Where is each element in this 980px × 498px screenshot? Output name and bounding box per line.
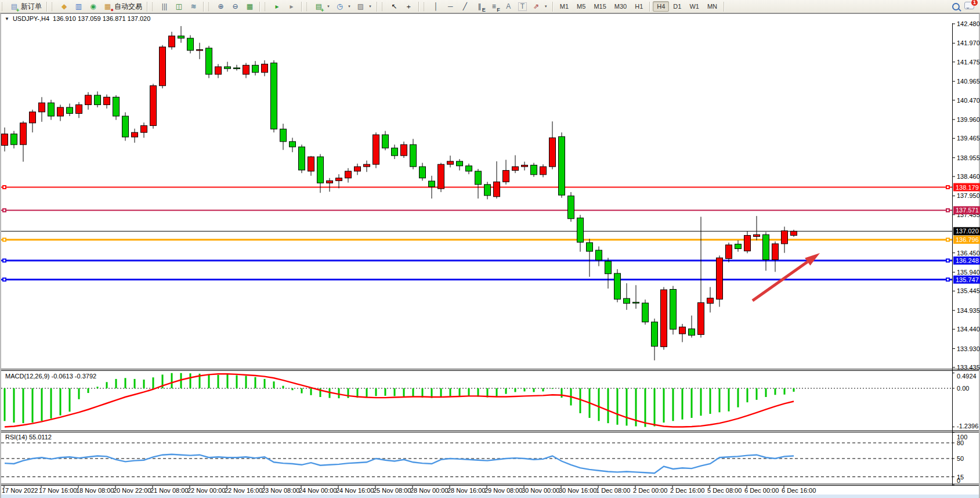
price-axis-label: 141.475 (957, 59, 980, 66)
macd-indicator-label: MACD(12,26,9) -0.0613 -0.3792 (5, 373, 96, 380)
date-axis-label: 28 Nov 16:00 (447, 487, 485, 494)
price-axis-label: 137.950 (957, 192, 980, 199)
price-badge: 135.747 (956, 276, 979, 283)
chart-dropdown-icon[interactable]: ▼ (5, 16, 9, 21)
chart-title-row: ▼ USDJPY-,H4 136.910 137.059 136.871 137… (5, 15, 150, 23)
date-axis-label: 28 Nov 00:00 (410, 487, 448, 494)
price-axis-label: 135.940 (957, 269, 980, 276)
price-axis-label: 142.480 (957, 20, 980, 27)
date-axis-label: 2 Dec 16:00 (670, 487, 704, 494)
date-axis-label: 29 Nov 08:00 (484, 487, 522, 494)
date-axis-label: 17 Nov 2022 (2, 487, 38, 494)
date-axis-label: 6 Dec 16:00 (782, 487, 816, 494)
date-axis-label: 23 Nov 08:00 (262, 487, 299, 494)
price-axis-label: 139.465 (957, 135, 980, 142)
date-axis-label: 2 Dec 00:00 (633, 487, 667, 494)
date-axis-label: 25 Nov 08:00 (373, 487, 411, 494)
price-axis-label: 134.935 (957, 307, 980, 314)
price-axis-label: 139.960 (957, 116, 980, 123)
macd-axis-label: 0.4924 (957, 373, 977, 380)
date-axis-label: 20 Nov 22:00 (113, 487, 151, 494)
date-axis-label: 24 Nov 00:00 (299, 487, 337, 494)
date-axis-label: 22 Nov 16:00 (225, 487, 262, 494)
chart-ohlc-values: 136.910 137.059 136.871 137.020 (53, 15, 150, 22)
date-axis-label: 24 Nov 16:00 (336, 487, 374, 494)
price-axis-label: 133.930 (957, 345, 980, 352)
date-axis-label: 21 Nov 08:00 (150, 487, 188, 494)
date-axis-label: 30 Nov 00:00 (522, 487, 559, 494)
date-axis-label: 22 Nov 00:00 (187, 487, 225, 494)
price-badge: 137.571 (956, 207, 979, 214)
rsi-axis-label: 80 (957, 439, 964, 446)
price-badge: 138.179 (956, 184, 979, 191)
price-badge: 137.020 (956, 228, 979, 234)
price-badge: 136.248 (956, 257, 979, 264)
price-axis-label: 141.970 (957, 39, 980, 46)
date-axis-label: 1 Dec 08:00 (596, 487, 630, 494)
macd-axis-label: -1.2396 (957, 423, 978, 430)
rsi-axis-label: 50 (957, 455, 964, 462)
price-axis-label: 133.435 (957, 364, 980, 371)
price-axis-label: 140.965 (957, 78, 980, 85)
date-axis-label: 30 Nov 16:00 (559, 487, 596, 494)
rsi-axis-label: 0 (957, 477, 960, 484)
date-axis-label: 18 Nov 08:00 (76, 487, 114, 494)
date-axis-label: 6 Dec 00:00 (744, 487, 779, 494)
price-axis-label: 134.440 (957, 326, 980, 333)
price-axis-label: 136.450 (957, 250, 980, 257)
price-badge: 136.796 (956, 236, 979, 243)
price-axis-label: 138.955 (957, 154, 980, 161)
chart-canvas[interactable]: 142.480141.970141.475140.965140.470139.9… (0, 0, 980, 498)
window-bottom-strip (1, 495, 979, 498)
rsi-indicator-label: RSI(14) 55.0112 (5, 434, 52, 441)
price-axis-label: 135.445 (957, 287, 980, 294)
date-axis-label: 5 Dec 08:00 (707, 487, 742, 494)
date-axis-label: 17 Nov 16:00 (39, 487, 77, 494)
macd-axis-label: 0.00 (957, 385, 969, 392)
price-axis-label: 138.460 (957, 173, 980, 180)
chart-symbol-period: USDJPY-,H4 (13, 15, 49, 22)
price-axis-label: 140.470 (957, 97, 980, 104)
